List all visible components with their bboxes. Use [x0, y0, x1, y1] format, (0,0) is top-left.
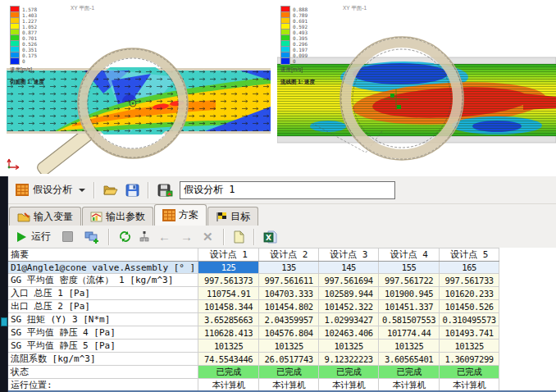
- docked-window-icon: [1, 317, 7, 326]
- design-point-cell[interactable]: 101325: [198, 340, 259, 353]
- design-point-cell[interactable]: 101325: [440, 340, 499, 353]
- batch-run-button[interactable]: [81, 229, 103, 245]
- separator: [93, 182, 95, 198]
- design-point-cell[interactable]: 本计算机: [440, 379, 499, 391]
- design-point-cell[interactable]: 101452.322: [319, 300, 379, 313]
- refresh-button[interactable]: [115, 229, 135, 244]
- add-point-button[interactable]: [135, 229, 153, 244]
- design-point-cell[interactable]: 997.561611: [259, 274, 319, 287]
- design-point-cell[interactable]: 已完成: [440, 366, 499, 379]
- legend-tick-value: 0: [293, 58, 296, 64]
- save-icon: [125, 184, 139, 197]
- design-point-cell[interactable]: 104703.333: [259, 287, 319, 300]
- design-point-cell[interactable]: 已完成: [319, 366, 379, 379]
- column-header[interactable]: 设计点 1: [198, 248, 259, 262]
- design-point-cell[interactable]: 101774.44: [379, 326, 440, 340]
- legend-title: 切面图 1: 速度: [10, 79, 44, 86]
- run-toolbar: 运行: [7, 226, 556, 248]
- design-point-cell[interactable]: 本计算机: [379, 379, 440, 391]
- table-row: 状态已完成已完成已完成已完成已完成: [8, 366, 499, 379]
- design-point-cell[interactable]: 本计算机: [198, 379, 259, 391]
- column-header[interactable]: 设计点 2: [259, 248, 319, 262]
- design-point-cell[interactable]: 101620.233: [440, 287, 499, 300]
- design-point-cell[interactable]: 0.310495573: [440, 313, 499, 326]
- design-point-cell[interactable]: 102463.406: [319, 326, 379, 340]
- design-point-cell[interactable]: 997.561722: [379, 274, 440, 287]
- tab-goals[interactable]: 目标: [207, 207, 258, 226]
- design-point-cell[interactable]: 74.5543446: [198, 353, 259, 366]
- design-point-cell[interactable]: 已完成: [198, 366, 259, 379]
- legend-tick-value: 0: [22, 58, 25, 64]
- column-header[interactable]: 设计点 5: [440, 248, 499, 262]
- previous-point-button[interactable]: ←: [153, 230, 175, 243]
- output-parameters-icon: [90, 212, 103, 222]
- whatif-analysis-menu[interactable]: 假设分析: [12, 181, 89, 198]
- row-label: 运行位置:: [8, 379, 198, 391]
- save-study-button[interactable]: [122, 182, 143, 198]
- table-row: 流阻系数 [kg/m^3]74.554344626.05177439.12322…: [8, 353, 499, 366]
- design-point-cell[interactable]: 101458.344: [198, 300, 259, 313]
- legend-color-bar: 0.8880.7890.6910.5920.4930.3950.2960.197…: [280, 7, 315, 64]
- row-label: D1@Angle1@cone valve.Assembly [° ]: [8, 262, 198, 274]
- legend-tick-value: 0.691: [293, 18, 308, 24]
- design-point-cell[interactable]: 1.02993427: [319, 313, 379, 326]
- stop-icon[interactable]: [62, 231, 73, 242]
- design-point-cell[interactable]: 997.561373: [198, 274, 259, 287]
- design-point-cell[interactable]: 165: [440, 262, 499, 274]
- design-point-cell[interactable]: 2.04359957: [259, 313, 319, 326]
- design-point-cell[interactable]: 101325: [259, 340, 319, 353]
- whatif-analysis-panel: 假设分析: [0, 176, 556, 392]
- design-point-cell[interactable]: 101454.802: [259, 300, 319, 313]
- design-point-cell[interactable]: 9.12322223: [319, 353, 379, 366]
- legend-swatch: [10, 57, 20, 65]
- design-point-cell[interactable]: 已完成: [259, 366, 319, 379]
- column-header[interactable]: 设计点 3: [319, 248, 379, 262]
- design-point-cell[interactable]: 3.60565401: [379, 353, 440, 366]
- design-point-cell[interactable]: 997.561733: [440, 274, 499, 287]
- table-row: 运行位置:本计算机本计算机本计算机本计算机本计算机: [8, 379, 499, 391]
- design-point-cell[interactable]: 110754.91: [198, 287, 259, 300]
- input-variables-icon: [17, 212, 30, 222]
- legend-entry: 0: [280, 58, 315, 64]
- design-point-cell[interactable]: 125: [198, 262, 259, 274]
- study-name-input[interactable]: [180, 181, 395, 199]
- run-button[interactable]: 运行: [14, 228, 54, 245]
- next-point-button[interactable]: →: [175, 230, 198, 243]
- app-window: XY 平面-1 1.5781.4031.2271.0520.8770.7010.…: [0, 0, 556, 392]
- design-point-cell[interactable]: 155: [379, 262, 440, 274]
- design-point-cell[interactable]: 101325: [319, 340, 379, 353]
- legend-tick-value: 1.052: [22, 24, 37, 30]
- export-excel-button[interactable]: X: [260, 229, 281, 245]
- design-point-cell[interactable]: 101493.741: [440, 326, 499, 340]
- design-point-cell[interactable]: 本计算机: [259, 379, 319, 391]
- design-point-cell[interactable]: 102589.944: [319, 287, 379, 300]
- design-point-cell[interactable]: 101451.337: [379, 300, 440, 313]
- design-point-cell[interactable]: 26.0517743: [259, 353, 319, 366]
- design-point-cell[interactable]: 110628.413: [198, 326, 259, 340]
- delete-point-button[interactable]: ✕: [198, 230, 218, 243]
- design-point-cell[interactable]: 已完成: [379, 366, 440, 379]
- design-point-cell[interactable]: 本计算机: [319, 379, 379, 391]
- design-point-cell[interactable]: 101900.945: [379, 287, 440, 300]
- open-study-button[interactable]: [100, 182, 122, 198]
- design-point-cell[interactable]: 1.36097299: [440, 353, 499, 366]
- design-point-cell[interactable]: 3.65285663: [198, 313, 259, 326]
- design-point-cell[interactable]: 104576.804: [259, 326, 319, 340]
- plot-caption: XY 平面-1: [343, 5, 367, 12]
- save-as-button[interactable]: [154, 182, 176, 198]
- tab-output-parameters[interactable]: 输出参数: [82, 207, 153, 226]
- design-point-cell[interactable]: 0.581507553: [379, 313, 440, 326]
- run-label: 运行: [31, 230, 51, 244]
- design-point-cell[interactable]: 101325: [379, 340, 440, 353]
- table-row: 入口 总压 1 [Pa]110754.91104703.333102589.94…: [8, 287, 499, 300]
- design-point-cell[interactable]: 135: [259, 262, 319, 274]
- column-header[interactable]: 设计点 4: [379, 248, 440, 262]
- play-icon: [17, 232, 26, 242]
- design-point-cell[interactable]: 101450.526: [440, 300, 499, 313]
- tab-scenarios[interactable]: 方案: [154, 204, 207, 226]
- table-row: GG 平均值 密度（流体） 1 [kg/m^3]997.561373997.56…: [8, 274, 499, 287]
- design-point-cell[interactable]: 997.561694: [319, 274, 379, 287]
- tab-input-variables[interactable]: 输入变量: [9, 207, 81, 226]
- design-point-cell[interactable]: 145: [319, 262, 379, 274]
- new-document-button[interactable]: [230, 229, 248, 245]
